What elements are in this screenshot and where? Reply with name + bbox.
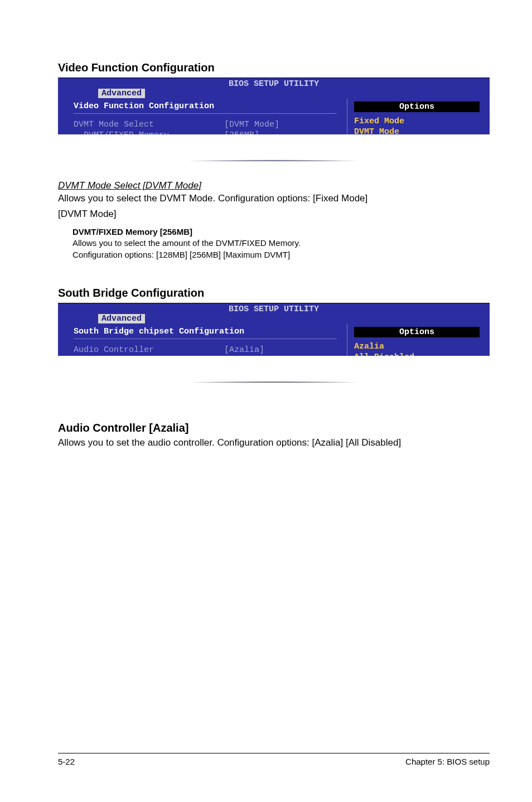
bios-row: Audio Controller [Azalia] <box>74 345 337 355</box>
bios-body: South Bridge chipset Configuration Audio… <box>58 323 490 382</box>
bios-row-value: [DVMT Mode] <box>224 120 279 129</box>
heading-south-bridge-configuration: South Bridge Configuration <box>58 287 490 299</box>
bios-right-pane: Options Fixed Mode DVMT Mode <box>347 98 484 141</box>
footer-divider <box>58 753 490 753</box>
bios-row: DVMT Mode Select [DVMT Mode] <box>74 119 337 130</box>
heading-video-function-configuration: Video Function Configuration <box>58 61 490 74</box>
bios-rows: DVMT Mode Select [DVMT Mode] DVMT/FIXED … <box>74 119 337 141</box>
bios-row-label: DVMT/FIXED Memory <box>74 131 224 140</box>
bios-tabs-row: Advanced <box>58 314 490 323</box>
bios-option: DVMT Mode <box>354 127 480 137</box>
bios-left-header: Video Function Configuration <box>74 102 337 114</box>
bios-body: Video Function Configuration DVMT Mode S… <box>58 98 490 161</box>
page-footer: 5-22 Chapter 5: BIOS setup <box>0 753 532 766</box>
bios-row-value: [Azalia] <box>224 345 264 355</box>
paragraph: [DVMT Mode] <box>58 208 490 220</box>
heading-audio-controller: Audio Controller [Azalia] <box>58 422 490 434</box>
bios-left-pane: South Bridge chipset Configuration Audio… <box>64 323 347 363</box>
bios-option: Fixed Mode <box>354 117 480 126</box>
paragraph: Allows you to set the audio controller. … <box>58 437 490 449</box>
bios-left-header: South Bridge chipset Configuration <box>74 327 337 339</box>
bios-option: All Disabled <box>354 352 480 362</box>
bios-panel-video: BIOS SETUP UTILITY Advanced Video Functi… <box>58 78 490 161</box>
bios-row-label: Audio Controller <box>74 345 224 355</box>
subheading-dvmt-mode-select: DVMT Mode Select [DVMT Mode] <box>58 180 490 191</box>
subheading-dvmt-fixed-memory: DVMT/FIXED Memory [256MB] <box>72 227 490 236</box>
paragraph: Allows you to select the DVMT Mode. Conf… <box>58 192 490 205</box>
page: Video Function Configuration BIOS SETUP … <box>0 0 532 802</box>
bios-tabs-row: Advanced <box>58 89 490 98</box>
bios-right-pane: Options Azalia All Disabled <box>347 323 484 363</box>
bios-row-label: DVMT Mode Select <box>74 120 224 129</box>
bios-row-value: [256MB] <box>224 131 259 140</box>
bios-tab-advanced: Advanced <box>98 89 145 98</box>
bios-title: BIOS SETUP UTILITY <box>58 78 490 89</box>
bios-right-header: Options <box>354 102 480 112</box>
bios-panel-video-inner: BIOS SETUP UTILITY Advanced Video Functi… <box>58 78 490 161</box>
bios-rows: Audio Controller [Azalia] <box>74 345 337 355</box>
bios-row: DVMT/FIXED Memory [256MB] <box>74 130 337 141</box>
footer-page-number: 5-22 <box>58 757 75 766</box>
bios-panel-south-inner: BIOS SETUP UTILITY Advanced South Bridge… <box>58 303 490 382</box>
bios-left-pane: Video Function Configuration DVMT Mode S… <box>64 98 347 141</box>
footer-chapter-title: Chapter 5: BIOS setup <box>405 757 490 766</box>
bios-panel-south: BIOS SETUP UTILITY Advanced South Bridge… <box>58 303 490 383</box>
bios-title: BIOS SETUP UTILITY <box>58 303 490 314</box>
spacer <box>58 261 490 287</box>
footer-row: 5-22 Chapter 5: BIOS setup <box>58 757 490 766</box>
bios-right-header: Options <box>354 327 480 337</box>
paragraph: Configuration options: [128MB] [256MB] [… <box>72 249 490 260</box>
spacer <box>58 388 490 405</box>
paragraph: Allows you to select the amount of the D… <box>72 238 490 248</box>
bios-tab-advanced: Advanced <box>98 314 145 323</box>
bios-option: Azalia <box>354 342 480 351</box>
